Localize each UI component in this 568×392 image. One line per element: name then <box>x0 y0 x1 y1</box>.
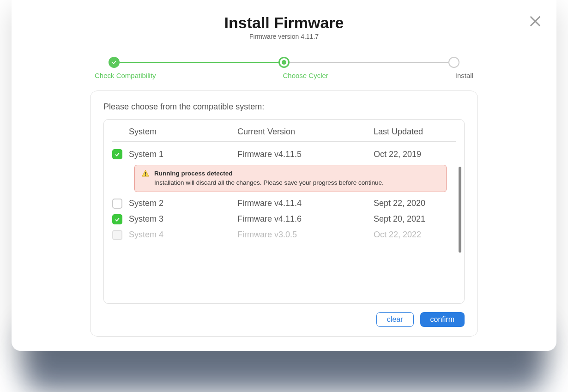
step-3-label: Install <box>455 72 473 79</box>
install-firmware-modal: Install Firmware Firmware version 4.11.7… <box>12 0 556 351</box>
check-icon <box>114 151 121 157</box>
action-row: clear confirm <box>103 312 465 327</box>
close-icon <box>529 15 542 28</box>
check-icon <box>111 60 117 65</box>
step-line-2 <box>290 62 448 63</box>
step-1-label: Check Compatibility <box>95 72 156 79</box>
row-updated: Oct 22, 2022 <box>374 230 456 240</box>
table-row: System 4 Firmware v3.0.5 Oct 22, 2022 <box>112 227 456 243</box>
row-system: System 3 <box>129 214 237 224</box>
warning-title: Running process detected <box>154 169 384 178</box>
warning-body: Installation will discard all the change… <box>154 179 384 186</box>
step-2-label: Choose Cycler <box>283 72 328 79</box>
warning-banner: Running process detected Installation wi… <box>134 165 447 192</box>
column-updated: Last Updated <box>374 127 456 137</box>
table-body: System 1 Firmware v4.11.5 Oct 22, 2019 R… <box>112 142 456 243</box>
step-3-circle <box>448 57 459 68</box>
scrollbar-thumb[interactable] <box>459 167 461 253</box>
row-version: Firmware v3.0.5 <box>237 230 374 240</box>
step-1-circle <box>109 57 120 68</box>
row-checkbox[interactable] <box>112 214 122 224</box>
row-checkbox <box>112 230 122 240</box>
modal-title: Install Firmware <box>30 14 538 32</box>
row-version: Firmware v4.11.6 <box>237 214 374 224</box>
table-row[interactable]: System 1 Firmware v4.11.5 Oct 22, 2019 <box>112 146 456 162</box>
clear-button[interactable]: clear <box>376 312 414 327</box>
modal-header: Install Firmware Firmware version 4.11.7 <box>30 14 538 40</box>
prompt-text: Please choose from the compatible system… <box>103 102 465 112</box>
check-icon <box>114 216 121 223</box>
modal-subtitle: Firmware version 4.11.7 <box>30 33 538 40</box>
step-2-circle <box>278 57 290 68</box>
row-checkbox[interactable] <box>112 199 122 209</box>
step-line-1 <box>120 62 278 63</box>
row-updated: Sept 20, 2021 <box>374 214 456 224</box>
row-updated: Sept 22, 2020 <box>374 199 456 208</box>
column-system: System <box>129 127 237 137</box>
row-system: System 1 <box>129 150 237 159</box>
svg-point-3 <box>145 175 146 176</box>
progress-stepper <box>109 57 459 68</box>
table-header: System Current Version Last Updated <box>112 127 456 142</box>
warning-icon <box>141 169 150 178</box>
warning-text: Running process detected Installation wi… <box>154 169 384 188</box>
table-row[interactable]: System 2 Firmware v4.11.4 Sept 22, 2020 <box>112 196 456 211</box>
table-row[interactable]: System 3 Firmware v4.11.6 Sept 20, 2021 <box>112 211 456 227</box>
row-system: System 4 <box>129 230 237 240</box>
column-version: Current Version <box>237 127 374 137</box>
row-checkbox[interactable] <box>112 149 122 159</box>
row-updated: Oct 22, 2019 <box>374 150 456 159</box>
step-2 <box>278 57 290 68</box>
row-version: Firmware v4.11.4 <box>237 199 374 208</box>
close-button[interactable] <box>529 15 542 28</box>
confirm-button[interactable]: confirm <box>420 312 465 327</box>
step-labels: Check Compatibility Choose Cycler Instal… <box>95 72 473 79</box>
row-system: System 2 <box>129 199 237 208</box>
step-3 <box>448 57 459 68</box>
content-card: Please choose from the compatible system… <box>90 90 478 337</box>
step-1 <box>109 57 120 68</box>
system-table: System Current Version Last Updated Syst… <box>103 119 465 304</box>
row-version: Firmware v4.11.5 <box>237 150 374 159</box>
